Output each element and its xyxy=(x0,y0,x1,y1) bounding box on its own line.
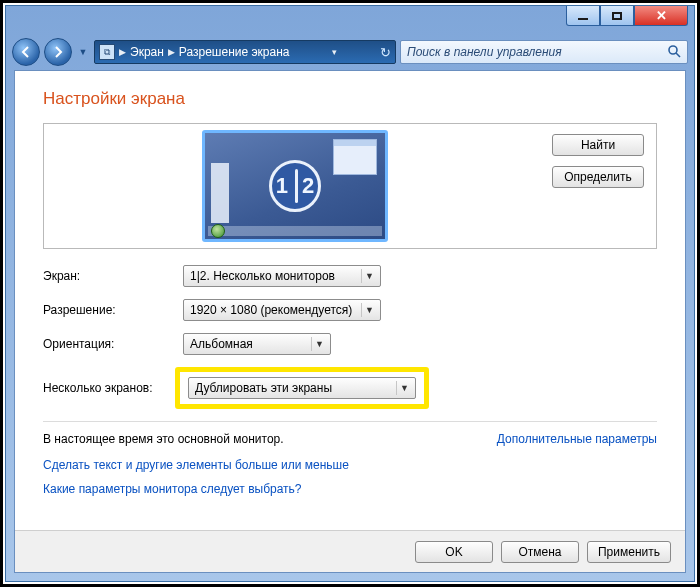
refresh-icon[interactable]: ↻ xyxy=(380,45,391,60)
monitor-preview-canvas[interactable]: 1 2 xyxy=(44,124,546,248)
wallpaper-sidebar xyxy=(211,163,229,223)
wallpaper-taskbar xyxy=(208,226,382,236)
wallpaper-window xyxy=(333,139,377,175)
resolution-label: Разрешение: xyxy=(43,303,183,317)
screen-label: Экран: xyxy=(43,269,183,283)
orientation-combo[interactable]: Альбомная ▼ xyxy=(183,333,331,355)
find-button[interactable]: Найти xyxy=(552,134,644,156)
nav-forward-button[interactable] xyxy=(44,38,72,66)
dpi-link[interactable]: Сделать текст и другие элементы больше и… xyxy=(43,458,657,472)
window-minimize-button[interactable] xyxy=(566,6,600,26)
svg-line-1 xyxy=(676,53,680,57)
window-frame: ✕ ▼ ⧉ ▶ Экран ▶ Разрешение экрана ▾ ↻ По… xyxy=(5,5,695,582)
address-bar[interactable]: ⧉ ▶ Экран ▶ Разрешение экрана ▾ ↻ xyxy=(94,40,396,64)
chevron-down-icon: ▼ xyxy=(396,381,412,395)
orientation-label: Ориентация: xyxy=(43,337,183,351)
client-area: Настройки экрана 1 2 Найти xyxy=(14,70,686,573)
chevron-right-icon: ▶ xyxy=(168,47,175,57)
search-placeholder: Поиск в панели управления xyxy=(407,45,562,59)
nav-history-dropdown[interactable]: ▼ xyxy=(76,43,90,61)
chevron-down-icon[interactable]: ▾ xyxy=(332,47,337,57)
monitor-preview-box: 1 2 Найти Определить xyxy=(43,123,657,249)
breadcrumb-item[interactable]: Экран xyxy=(130,45,164,59)
multi-displays-combo[interactable]: Дублировать эти экраны ▼ xyxy=(188,377,416,399)
advanced-settings-link[interactable]: Дополнительные параметры xyxy=(497,432,657,446)
start-orb-icon xyxy=(211,224,225,238)
monitor-id-badge: 1 2 xyxy=(269,160,321,212)
divider xyxy=(43,421,657,422)
arrow-left-icon xyxy=(20,46,32,58)
help-link[interactable]: Какие параметры монитора следует выбрать… xyxy=(43,482,657,496)
page-title: Настройки экрана xyxy=(43,89,657,109)
svg-point-0 xyxy=(669,46,677,54)
apply-button[interactable]: Применить xyxy=(587,541,671,563)
window-close-button[interactable]: ✕ xyxy=(634,6,688,26)
chevron-down-icon: ▼ xyxy=(311,337,327,351)
multi-value: Дублировать эти экраны xyxy=(195,381,332,395)
primary-monitor-status: В настоящее время это основной монитор. xyxy=(43,432,284,446)
chevron-down-icon: ▼ xyxy=(361,269,377,283)
nav-back-button[interactable] xyxy=(12,38,40,66)
control-panel-icon: ⧉ xyxy=(99,44,115,60)
resolution-value: 1920 × 1080 (рекомендуется) xyxy=(190,303,352,317)
detect-button[interactable]: Определить xyxy=(552,166,644,188)
search-icon xyxy=(667,44,681,61)
monitor-thumbnail[interactable]: 1 2 xyxy=(202,130,388,242)
titlebar: ✕ xyxy=(6,6,694,36)
orientation-value: Альбомная xyxy=(190,337,253,351)
multi-label: Несколько экранов: xyxy=(43,381,183,395)
search-input[interactable]: Поиск в панели управления xyxy=(400,40,688,64)
arrow-right-icon xyxy=(52,46,64,58)
monitor-id-1: 1 xyxy=(276,173,288,199)
screen-value: 1|2. Несколько мониторов xyxy=(190,269,335,283)
chevron-down-icon: ▼ xyxy=(361,303,377,317)
window-maximize-button[interactable] xyxy=(600,6,634,26)
monitor-id-2: 2 xyxy=(302,173,314,199)
screen-combo[interactable]: 1|2. Несколько мониторов ▼ xyxy=(183,265,381,287)
breadcrumb-item[interactable]: Разрешение экрана xyxy=(179,45,290,59)
ok-button[interactable]: OK xyxy=(415,541,493,563)
chevron-right-icon: ▶ xyxy=(119,47,126,57)
highlight-box: Дублировать эти экраны ▼ xyxy=(175,367,429,409)
nav-bar: ▼ ⧉ ▶ Экран ▶ Разрешение экрана ▾ ↻ Поис… xyxy=(6,36,694,68)
resolution-combo[interactable]: 1920 × 1080 (рекомендуется) ▼ xyxy=(183,299,381,321)
dialog-footer: OK Отмена Применить xyxy=(15,530,685,572)
cancel-button[interactable]: Отмена xyxy=(501,541,579,563)
